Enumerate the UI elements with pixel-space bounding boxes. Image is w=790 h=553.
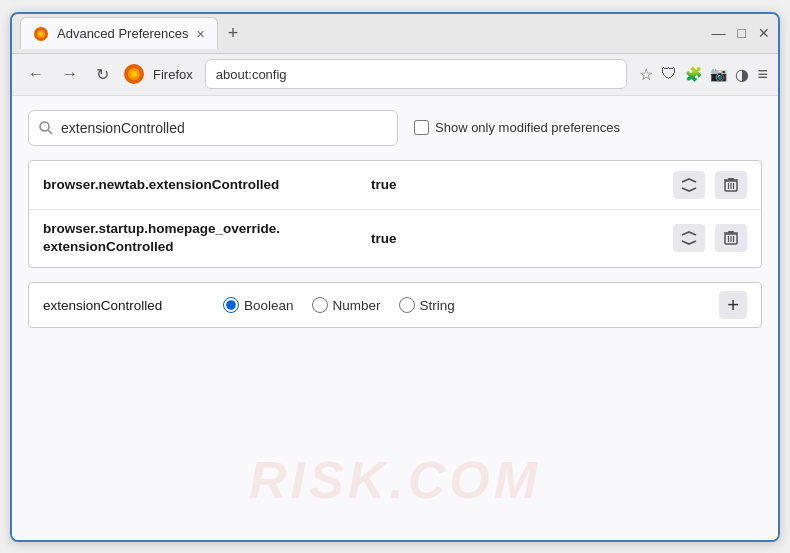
search-row: Show only modified preferences	[28, 110, 762, 146]
pref-value-2: true	[371, 231, 397, 246]
show-modified-label: Show only modified preferences	[435, 120, 620, 135]
pref-actions-1	[673, 171, 747, 199]
maximize-button[interactable]: □	[738, 26, 746, 40]
delete-button-2[interactable]	[715, 224, 747, 252]
delete-button-1[interactable]	[715, 171, 747, 199]
screenshot-icon[interactable]: 📷	[710, 66, 727, 82]
new-preference-row: extensionControlled Boolean Number Strin…	[28, 282, 762, 328]
search-icon	[39, 121, 53, 135]
number-radio[interactable]	[312, 297, 328, 313]
extension-icon[interactable]: 🧩	[685, 66, 702, 82]
svg-rect-10	[728, 178, 734, 180]
minimize-button[interactable]: —	[712, 26, 726, 40]
trash-icon	[724, 230, 738, 246]
number-radio-item[interactable]: Number	[312, 297, 381, 313]
url-text: about:config	[216, 67, 287, 82]
add-preference-button[interactable]: +	[719, 291, 747, 319]
arrows-icon	[680, 178, 698, 192]
close-button[interactable]: ✕	[758, 26, 770, 40]
active-tab[interactable]: Advanced Preferences ×	[20, 17, 218, 49]
svg-point-6	[40, 122, 49, 131]
svg-point-5	[131, 71, 137, 77]
preference-search-box[interactable]	[28, 110, 398, 146]
svg-rect-16	[728, 231, 734, 233]
browser-name: Firefox	[153, 67, 193, 82]
bookmark-icon[interactable]: ☆	[639, 65, 653, 84]
string-radio[interactable]	[399, 297, 415, 313]
svg-point-2	[39, 32, 43, 36]
number-label: Number	[333, 298, 381, 313]
forward-button[interactable]: →	[56, 61, 84, 87]
arrows-icon	[680, 231, 698, 245]
pref-value-1: true	[371, 177, 397, 192]
title-bar: Advanced Preferences × + — □ ✕	[12, 14, 778, 54]
pref-name-2-line2: extensionControlled	[43, 239, 174, 254]
search-input[interactable]	[61, 120, 387, 136]
firefox-logo	[123, 63, 145, 85]
toggle-button-2[interactable]	[673, 224, 705, 252]
nav-icons: ☆ 🛡 🧩 📷 ◑ ≡	[639, 64, 768, 85]
content-area: RISK.COM Show only modified preferences …	[12, 96, 778, 540]
tab-close-button[interactable]: ×	[197, 27, 205, 41]
shield-icon[interactable]: 🛡	[661, 65, 677, 83]
tab-title: Advanced Preferences	[57, 26, 189, 41]
browser-window: Advanced Preferences × + — □ ✕ ← → ↻ Fir…	[10, 12, 780, 542]
pref-name-2: browser.startup.homepage_override. exten…	[43, 220, 363, 258]
show-modified-checkbox[interactable]	[414, 120, 429, 135]
pref-name-2-line1: browser.startup.homepage_override.	[43, 221, 280, 236]
trash-icon	[724, 177, 738, 193]
string-label: String	[420, 298, 455, 313]
show-modified-row: Show only modified preferences	[414, 120, 620, 135]
boolean-label: Boolean	[244, 298, 294, 313]
string-radio-item[interactable]: String	[399, 297, 455, 313]
preferences-table: browser.newtab.extensionControlled true	[28, 160, 762, 269]
table-row: browser.newtab.extensionControlled true	[29, 161, 761, 210]
watermark: RISK.COM	[249, 450, 541, 510]
menu-icon[interactable]: ≡	[757, 64, 768, 85]
nav-bar: ← → ↻ Firefox about:config ☆ 🛡 🧩 📷 ◑ ≡	[12, 54, 778, 96]
pref-actions-2	[673, 224, 747, 252]
window-controls: — □ ✕	[712, 26, 770, 40]
svg-line-7	[48, 130, 52, 134]
toggle-button-1[interactable]	[673, 171, 705, 199]
boolean-radio[interactable]	[223, 297, 239, 313]
reload-button[interactable]: ↻	[90, 61, 115, 88]
boolean-radio-item[interactable]: Boolean	[223, 297, 294, 313]
back-button[interactable]: ←	[22, 61, 50, 87]
address-bar[interactable]: about:config	[205, 59, 628, 89]
pref-name-1: browser.newtab.extensionControlled	[43, 177, 363, 192]
account-icon[interactable]: ◑	[735, 65, 749, 84]
new-tab-button[interactable]: +	[222, 24, 245, 42]
new-pref-name: extensionControlled	[43, 298, 203, 313]
tab-favicon	[33, 26, 49, 42]
type-radio-group: Boolean Number String	[223, 297, 455, 313]
table-row: browser.startup.homepage_override. exten…	[29, 210, 761, 268]
